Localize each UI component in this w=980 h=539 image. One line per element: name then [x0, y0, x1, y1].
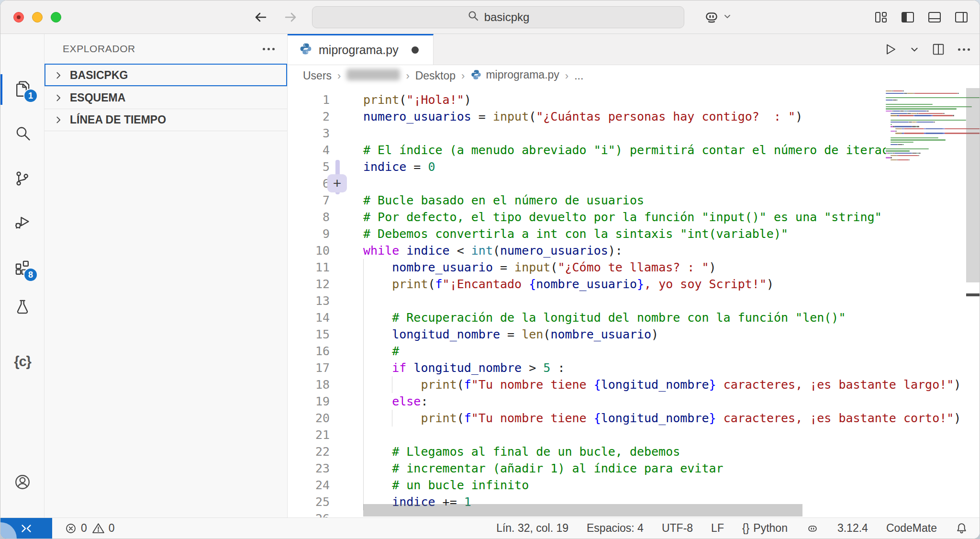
line-number[interactable]: 3	[297, 125, 330, 142]
indentation[interactable]: Espacios: 4	[587, 522, 644, 535]
line-number[interactable]: 25	[297, 494, 330, 510]
encoding[interactable]: UTF-8	[662, 522, 693, 535]
problems-errors[interactable]: 0	[65, 522, 87, 535]
cursor-position[interactable]: Lín. 32, col. 19	[496, 522, 568, 535]
code-line[interactable]: 4# El índice (a menudo abreviado "i") pe…	[288, 142, 980, 158]
code-line[interactable]: 19 else:	[288, 393, 980, 410]
forward-icon[interactable]	[282, 9, 299, 25]
line-number[interactable]: 16	[297, 343, 330, 359]
code-line[interactable]: 5indice = 0	[288, 158, 980, 175]
activity-item-codemate-brackets[interactable]: {c}	[0, 343, 45, 380]
close-button[interactable]	[13, 12, 24, 22]
activity-item-account[interactable]	[0, 465, 45, 501]
zoom-button[interactable]	[51, 12, 61, 22]
code-line[interactable]: 20 print(f"Tu nombre tiene {longitud_nom…	[288, 410, 980, 427]
split-editor-icon[interactable]	[931, 42, 946, 56]
line-number[interactable]: 13	[297, 292, 330, 309]
section-basicpkg[interactable]: BASICPKG	[45, 64, 287, 86]
notifications-bell-icon[interactable]	[955, 522, 968, 535]
line-number[interactable]: 21	[297, 427, 330, 443]
code-line[interactable]: 8# Por defecto, el tipo devuelto por la …	[288, 209, 980, 225]
breadcrumb-item[interactable]: miprograma.py	[470, 68, 559, 83]
code-line[interactable]: 23 # incrementar (añadir 1) al índice pa…	[288, 460, 980, 477]
editor-more-actions-icon[interactable]	[958, 48, 970, 51]
code-line[interactable]: 22 # Llegamos al final de un bucle, debe…	[288, 443, 980, 460]
activity-item-explorer[interactable]: 1	[0, 71, 45, 108]
activity-item-source-control[interactable]	[0, 161, 45, 198]
horizontal-scrollbar[interactable]	[363, 504, 802, 517]
code-line[interactable]: 6	[288, 175, 980, 192]
code-line[interactable]: 18 print(f"Tu nombre tiene {longitud_nom…	[288, 376, 980, 393]
code-line[interactable]: 24 # un bucle infinito	[288, 477, 980, 494]
line-number[interactable]: 7	[297, 192, 330, 209]
activity-item-run-debug[interactable]	[0, 205, 45, 241]
line-number[interactable]: 26	[297, 510, 330, 517]
line-number[interactable]: 9	[297, 225, 330, 242]
code-line[interactable]: 2numero_usuarios = input("¿Cuántas perso…	[288, 108, 980, 125]
breadcrumb-item[interactable]: Users	[303, 69, 332, 82]
customize-layout-icon[interactable]	[873, 10, 889, 25]
inline-add-button[interactable]: +	[327, 174, 347, 192]
toggle-primary-sidebar-icon[interactable]	[900, 10, 915, 25]
explorer-more-actions-icon[interactable]	[263, 48, 275, 50]
code-line[interactable]: 9# Debemos convertirla a int con la sint…	[288, 225, 980, 242]
line-number[interactable]: 22	[297, 443, 330, 460]
code-editor[interactable]: 1print("¡Hola!")2numero_usuarios = input…	[288, 87, 980, 517]
activity-item-extensions[interactable]: 8	[0, 250, 45, 287]
code-line[interactable]: 21	[288, 427, 980, 443]
section-esquema[interactable]: ESQUEMA	[45, 86, 287, 109]
language-mode[interactable]: {} Python	[742, 522, 788, 535]
problems-warnings[interactable]: 0	[92, 522, 115, 535]
code-line[interactable]: 12 print(f"¡Encantado {nombre_usuario}, …	[288, 276, 980, 292]
line-number[interactable]: 19	[297, 393, 330, 410]
minimap-slider[interactable]	[966, 88, 980, 282]
minimap[interactable]	[886, 90, 980, 161]
line-number[interactable]: 10	[297, 242, 330, 259]
code-line[interactable]: 16 #	[288, 343, 980, 359]
line-number[interactable]: 18	[297, 376, 330, 393]
activity-item-search[interactable]	[0, 116, 45, 153]
line-number[interactable]: 11	[297, 259, 330, 276]
toggle-panel-icon[interactable]	[927, 10, 942, 25]
python-version[interactable]: 3.12.4	[837, 522, 868, 535]
line-number[interactable]: 8	[297, 209, 330, 225]
line-number[interactable]: 6	[297, 175, 330, 192]
run-dropdown-icon[interactable]	[910, 45, 919, 54]
minimize-button[interactable]	[32, 12, 43, 22]
line-number[interactable]: 20	[297, 410, 330, 427]
command-center-search[interactable]: basicpkg	[312, 6, 684, 28]
line-number[interactable]: 17	[297, 359, 330, 376]
back-icon[interactable]	[253, 9, 269, 25]
line-number[interactable]: 14	[297, 309, 330, 326]
line-number[interactable]: 23	[297, 460, 330, 477]
breadcrumb-item[interactable]: ...	[574, 69, 583, 82]
line-number[interactable]: 4	[297, 142, 330, 158]
code-line[interactable]: 10while indice < int(numero_usuarios):	[288, 242, 980, 259]
run-python-icon[interactable]	[882, 42, 898, 57]
breadcrumb-item-redacted[interactable]	[346, 69, 400, 83]
line-number[interactable]: 5	[297, 158, 330, 175]
line-number[interactable]: 2	[297, 108, 330, 125]
code-line[interactable]: 1print("¡Hola!")	[288, 91, 980, 108]
code-line[interactable]: 11 nombre_usuario = input("¿Cómo te llam…	[288, 259, 980, 276]
code-line[interactable]: 7# Bucle basado en el número de usuarios	[288, 192, 980, 209]
codemate-status[interactable]: CodeMate	[886, 522, 937, 535]
code-line[interactable]: 3	[288, 125, 980, 142]
toggle-secondary-sidebar-icon[interactable]	[954, 10, 969, 25]
code-line[interactable]: 17 if longitud_nombre > 5 :	[288, 359, 980, 376]
breadcrumb-item[interactable]: Desktop	[415, 69, 456, 82]
line-number[interactable]: 24	[297, 477, 330, 494]
activity-item-testing[interactable]	[0, 290, 45, 326]
eol[interactable]: LF	[711, 522, 724, 535]
code-line[interactable]: 14 # Recuperación de la longitud del nom…	[288, 309, 980, 326]
line-number[interactable]: 12	[297, 276, 330, 292]
copilot-menu[interactable]	[702, 7, 731, 27]
tab-miprograma[interactable]: miprograma.py	[288, 34, 434, 65]
copilot-status-icon[interactable]	[806, 522, 819, 535]
line-number[interactable]: 1	[297, 91, 330, 108]
code-line[interactable]: 15 longitud_nombre = len(nombre_usuario)	[288, 326, 980, 343]
line-number[interactable]: 15	[297, 326, 330, 343]
section-l-nea-de-tiempo[interactable]: LÍNEA DE TIEMPO	[45, 109, 287, 131]
modified-dot-icon[interactable]	[412, 46, 419, 54]
code-line[interactable]: 13	[288, 292, 980, 309]
